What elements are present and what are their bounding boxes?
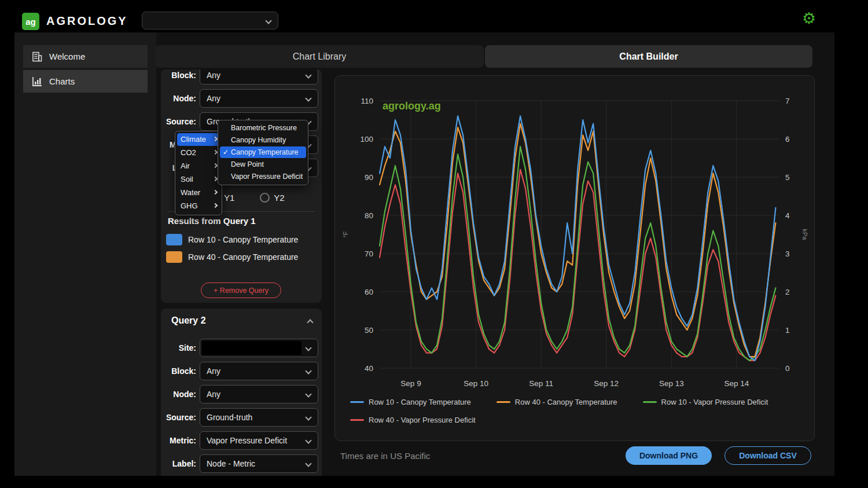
menu-item-canopy-temperature[interactable]: ✓ Canopy Temperature [220,146,306,158]
frame-bottom [0,476,868,488]
block-label: Block: [161,362,196,380]
download-csv-button[interactable]: Download CSV [724,446,811,465]
block-label: Block: [161,69,196,85]
legend-item[interactable]: Row 10 - Vapor Pressure Deficit [643,398,768,406]
query2-label-row: Label: Node - Metric [161,454,322,473]
legend-label: Row 10 - Vapor Pressure Deficit [661,398,768,406]
agrology-watermark: agrology.ag [382,100,441,112]
result-label: Row 40 - Canopy Temperature [188,252,298,262]
node-select[interactable]: Any [200,385,318,403]
svg-text:50: 50 [365,326,373,335]
svg-text:3: 3 [785,249,790,258]
query2-block-row: Block: Any [161,362,322,380]
metric-submenu: Barometric Pressure Canopy Humidity ✓ Ca… [218,120,308,185]
svg-text:Sep 12: Sep 12 [594,379,619,388]
site-label: Site: [161,339,196,357]
metric-category-menu: Climate CO2 Air Soil Water GHG [175,131,222,215]
chart-legend: Row 10 - Canopy Temperature Row 40 - Can… [350,398,804,424]
settings-gear-icon[interactable]: ⚙ [802,11,816,27]
menu-item-soil[interactable]: Soil [177,173,220,186]
radio-y2[interactable] [260,193,270,203]
svg-text:kPa: kPa [801,229,808,241]
app-window: ag AGROLOGY ⚙ Welcome Charts Chart Libra… [0,0,868,488]
label-label: Label: [161,454,196,473]
legend-line-marker [350,419,364,421]
svg-text:40: 40 [365,364,373,373]
site-select[interactable] [200,339,318,357]
frame-top [0,0,868,10]
svg-text:110: 110 [361,97,373,105]
metric-select[interactable]: Vapor Pressure Deficit [200,431,318,450]
menu-item-dew-point[interactable]: Dew Point [220,159,306,170]
source-label: Source: [161,408,196,427]
chevron-down-icon [305,414,311,420]
svg-text:60: 60 [365,288,373,296]
chevron-down-icon [305,437,311,443]
timezone-note: Times are in US Pacific [340,451,430,461]
block-select[interactable]: Any [200,362,318,380]
series-color-swatch [166,234,182,245]
legend-item[interactable]: Row 10 - Canopy Temperature [350,398,471,406]
chevron-down-icon [305,72,311,78]
remove-query-button[interactable]: + Remove Query [201,282,281,298]
menu-item-water[interactable]: Water [177,186,220,199]
welcome-building-icon [31,51,43,63]
sidebar-item-label: Welcome [49,52,85,61]
svg-text:100: 100 [360,135,373,144]
chevron-right-icon [213,150,218,155]
query1-block-row: Block: Any [161,69,322,85]
chevron-down-icon [305,368,311,374]
collapse-chevron-icon[interactable] [307,319,313,325]
menu-item-co2[interactable]: CO2 [177,146,220,159]
chevron-right-icon [213,190,218,195]
query2-source-row: Source: Ground-truth [161,408,322,427]
charts-icon [31,76,43,87]
query-2-panel: Query 2 Site: Block: Any Node: Any [161,309,322,482]
sidebar-item-charts[interactable]: Charts [23,70,148,93]
legend-line-marker [350,401,364,403]
menu-item-climate[interactable]: Climate [177,133,220,146]
svg-text:0: 0 [785,364,790,373]
menu-item-air[interactable]: Air [177,160,220,173]
menu-item-ghg[interactable]: GHG [177,200,220,212]
download-png-button[interactable]: Download PNG [626,446,712,465]
metric-label: Metric: [161,431,196,450]
results-title: Results from Query 1 [168,216,256,226]
legend-label: Row 40 - Canopy Temperature [515,398,617,406]
query2-metric-row: Metric: Vapor Pressure Deficit [161,431,322,450]
svg-text:Sep 10: Sep 10 [464,379,488,388]
legend-item[interactable]: Row 40 - Canopy Temperature [496,398,617,406]
frame-left [0,0,14,488]
y1-label: Y1 [224,193,234,203]
tab-chart-builder[interactable]: Chart Builder [485,45,812,68]
svg-text:90: 90 [365,173,373,182]
query1-node-row: Node: Any [161,89,322,108]
legend-line-marker [643,401,657,403]
legend-item[interactable]: Row 40 - Vapor Pressure Deficit [350,416,476,424]
brand-title: AGROLOGY [46,14,128,28]
org-select[interactable] [142,12,278,30]
block-select[interactable]: Any [200,69,318,85]
sidebar-item-label: Charts [49,76,75,86]
redacted-value [202,341,301,355]
chart-panel: 40506070809010011001234567Sep 9Sep 10Sep… [334,75,815,441]
sidebar-item-welcome[interactable]: Welcome [23,45,148,68]
svg-text:4: 4 [785,211,790,220]
chevron-right-icon [213,203,218,208]
query2-site-row: Site: [161,339,322,357]
y2-label: Y2 [274,193,284,203]
svg-text:Sep 9: Sep 9 [400,379,421,388]
menu-item-barometric-pressure[interactable]: Barometric Pressure [220,122,306,134]
menu-item-canopy-humidity[interactable]: Canopy Humidity [220,134,306,146]
menu-item-vapor-pressure-deficit[interactable]: Vapor Pressure Deficit [220,171,306,182]
chart-canvas: 40506070809010011001234567Sep 9Sep 10Sep… [335,76,815,442]
label-select[interactable]: Node - Metric [200,454,318,473]
agrology-logo: ag [22,13,39,30]
svg-text:80: 80 [365,211,373,220]
svg-text:5: 5 [785,173,790,182]
tab-chart-library[interactable]: Chart Library [155,45,484,68]
svg-text:1: 1 [785,326,790,335]
node-label: Node: [161,89,196,108]
node-select[interactable]: Any [200,89,318,108]
source-select[interactable]: Ground-truth [200,408,318,427]
